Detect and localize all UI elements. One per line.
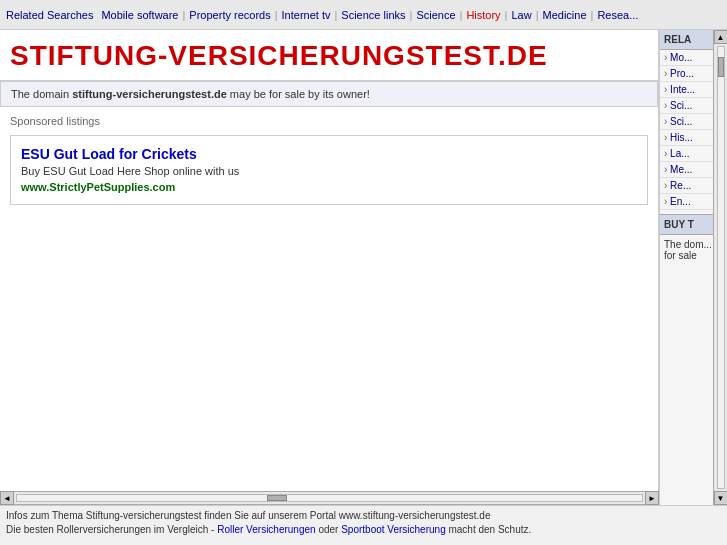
domain-title: STIFTUNG-VERSICHERUNGSTEST.DE (10, 40, 648, 72)
sponsored-label: Sponsored listings (10, 115, 648, 127)
nav-science[interactable]: Science (416, 9, 455, 21)
scroll-up-button[interactable]: ▲ (714, 30, 728, 44)
top-navigation: Related Searches Mobile software | Prope… (0, 0, 727, 30)
scroll-right-button[interactable]: ► (645, 491, 659, 505)
nav-sep-6: | (460, 9, 463, 21)
nav-research[interactable]: Resea... (597, 9, 638, 21)
domain-title-section: STIFTUNG-VERSICHERUNGSTEST.DE (0, 30, 658, 81)
nav-sep-8: | (536, 9, 539, 21)
nav-history[interactable]: History (466, 9, 500, 21)
main-content: STIFTUNG-VERSICHERUNGSTEST.DE The domain… (0, 30, 659, 505)
nav-sep-7: | (505, 9, 508, 21)
status-line2-mid: oder (316, 524, 342, 535)
horizontal-scrollbar[interactable]: ◄ ► (0, 491, 659, 505)
domain-notice: The domain stiftung-versicherungstest.de… (0, 81, 658, 107)
scroll-left-button[interactable]: ◄ (0, 491, 14, 505)
sportboot-versicherung-link[interactable]: Sportboot Versicherung (341, 524, 446, 535)
sponsored-section: Sponsored listings ESU Gut Load for Cric… (0, 107, 658, 213)
status-line2-pre: Die besten Rollerversicherungen im Vergl… (6, 524, 217, 535)
roller-versicherungen-link[interactable]: Roller Versicherungen (217, 524, 315, 535)
nav-sep-2: | (183, 9, 186, 21)
notice-text-end: may be for sale by its owner! (227, 88, 370, 100)
status-line-1: Infos zum Thema Stiftung-versicherungste… (6, 509, 721, 523)
nav-property-records[interactable]: Property records (189, 9, 270, 21)
scroll-track-horizontal[interactable] (16, 494, 643, 502)
nav-medicine[interactable]: Medicine (543, 9, 587, 21)
nav-internet-tv[interactable]: Internet tv (282, 9, 331, 21)
status-line-2: Die besten Rollerversicherungen im Vergl… (6, 523, 721, 537)
nav-mobile-software[interactable]: Mobile software (101, 9, 178, 21)
ad-listing: ESU Gut Load for Crickets Buy ESU Gut Lo… (10, 135, 648, 205)
notice-domain-bold: stiftung-versicherungstest.de (72, 88, 227, 100)
nav-sep-5: | (410, 9, 413, 21)
nav-law[interactable]: Law (511, 9, 531, 21)
vertical-scrollbar[interactable]: ▲ ▼ (713, 30, 727, 505)
scroll-track-vertical[interactable] (717, 46, 725, 489)
ad-url-link[interactable]: www.StrictlyPetSupplies.com (21, 181, 175, 193)
nav-science-links[interactable]: Science links (341, 9, 405, 21)
nav-sep-4: | (334, 9, 337, 21)
status-line2-end: macht den Schutz. (446, 524, 532, 535)
scroll-thumb-vertical[interactable] (718, 57, 724, 77)
ad-description: Buy ESU Gut Load Here Shop online with u… (21, 165, 637, 177)
scroll-thumb-horizontal[interactable] (267, 495, 287, 501)
ad-title-link[interactable]: ESU Gut Load for Crickets (21, 146, 637, 162)
scroll-down-button[interactable]: ▼ (714, 491, 728, 505)
status-bar: Infos zum Thema Stiftung-versicherungste… (0, 505, 727, 545)
nav-sep-9: | (591, 9, 594, 21)
notice-text-pre: The domain (11, 88, 72, 100)
nav-related-searches[interactable]: Related Searches (6, 9, 93, 21)
nav-sep-3: | (275, 9, 278, 21)
